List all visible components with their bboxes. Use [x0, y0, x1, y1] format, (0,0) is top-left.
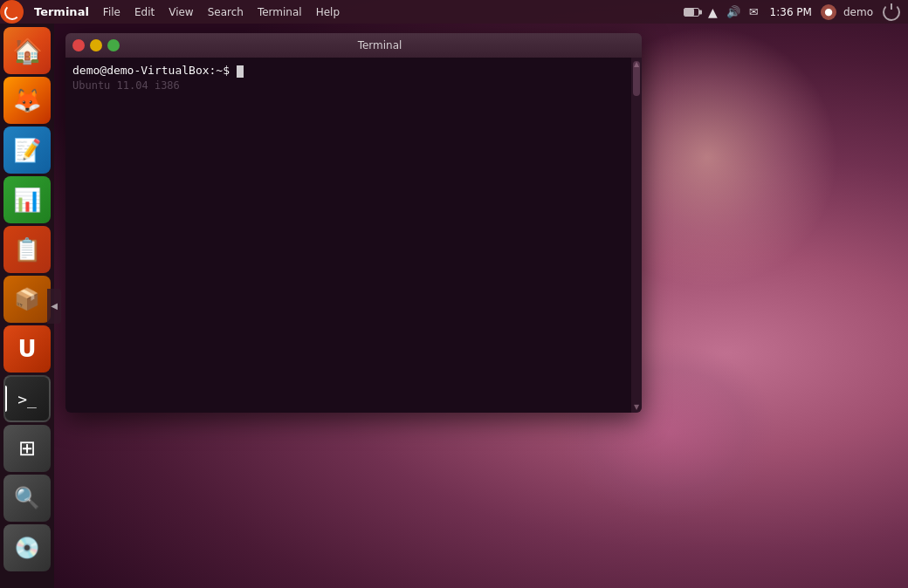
- menu-edit[interactable]: Edit: [127, 0, 162, 24]
- launcher: ◀: [0, 24, 54, 588]
- sound-tray-icon[interactable]: 🔊: [724, 0, 743, 24]
- topbar-right: ▲ 🔊 ✉ 1:36 PM ● demo: [681, 0, 908, 24]
- topbar-app-name: Terminal: [27, 5, 96, 18]
- window-minimize-button[interactable]: [90, 39, 102, 51]
- window-maximize-button[interactable]: [107, 39, 120, 51]
- power-button[interactable]: [880, 0, 903, 24]
- launcher-item-ubuntuone[interactable]: [3, 325, 51, 373]
- menu-view[interactable]: View: [162, 0, 200, 24]
- menu-search[interactable]: Search: [201, 0, 251, 24]
- terminal-window: Terminal demo@demo-VirtualBox:~$ Ubuntu …: [65, 33, 642, 413]
- topbar-left: Terminal File Edit View Search Terminal …: [0, 0, 681, 24]
- launcher-item-terminal[interactable]: [3, 375, 51, 422]
- terminal-faint-text: Ubuntu 11.04 i386: [72, 79, 624, 93]
- terminal-cursor: [237, 65, 244, 78]
- launcher-item-writer[interactable]: [3, 126, 51, 174]
- battery-tray-icon[interactable]: [681, 0, 702, 24]
- terminal-prompt-text: demo@demo-VirtualBox:~$: [72, 64, 230, 77]
- launcher-item-impress[interactable]: [3, 226, 51, 273]
- terminal-titlebar: Terminal: [65, 33, 642, 58]
- ubuntu-logo[interactable]: [0, 0, 24, 24]
- terminal-scrollbar[interactable]: ▲ ▼: [631, 58, 642, 413]
- launcher-item-workspaces[interactable]: [3, 425, 51, 472]
- launcher-item-synaptic[interactable]: [3, 276, 51, 323]
- terminal-content[interactable]: demo@demo-VirtualBox:~$ Ubuntu 11.04 i38…: [65, 58, 631, 413]
- battery-icon: [684, 8, 699, 17]
- scrollbar-thumb[interactable]: [633, 61, 640, 96]
- scrollbar-down-arrow[interactable]: ▼: [631, 400, 642, 413]
- launcher-item-magnifier[interactable]: [3, 475, 51, 522]
- battery-fill: [684, 9, 694, 16]
- launcher-item-optical[interactable]: [3, 524, 51, 571]
- terminal-prompt-line: demo@demo-VirtualBox:~$: [72, 63, 624, 79]
- launcher-item-calc[interactable]: [3, 176, 51, 223]
- launcher-item-firefox[interactable]: [3, 77, 51, 124]
- window-close-button[interactable]: [72, 39, 85, 51]
- launcher-expander[interactable]: ◀: [47, 289, 61, 324]
- topbar: Terminal File Edit View Search Terminal …: [0, 0, 908, 24]
- terminal-title-label: Terminal: [125, 39, 635, 51]
- menu-file[interactable]: File: [96, 0, 127, 24]
- menu-help[interactable]: Help: [309, 0, 347, 24]
- user-avatar-icon[interactable]: ●: [821, 4, 836, 20]
- terminal-body[interactable]: demo@demo-VirtualBox:~$ Ubuntu 11.04 i38…: [65, 58, 642, 413]
- username-label[interactable]: demo: [840, 0, 877, 24]
- power-icon: [883, 3, 900, 21]
- mail-tray-icon[interactable]: ✉: [746, 0, 761, 24]
- menu-terminal[interactable]: Terminal: [251, 0, 309, 24]
- launcher-item-home[interactable]: [3, 27, 51, 74]
- clock[interactable]: 1:36 PM: [765, 0, 817, 24]
- desktop: Terminal File Edit View Search Terminal …: [0, 0, 908, 588]
- network-tray-icon[interactable]: ▲: [705, 0, 720, 24]
